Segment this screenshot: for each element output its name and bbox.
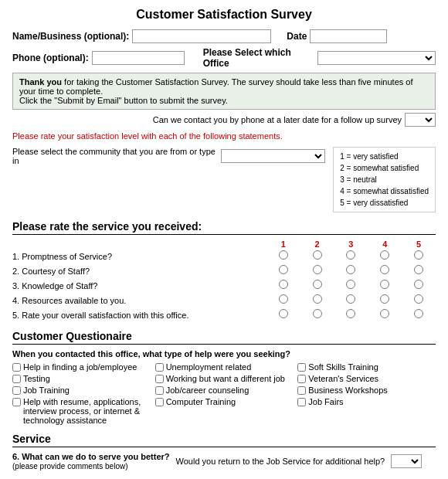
name-label: Name/Business (optional): bbox=[12, 31, 129, 42]
office-label: Please Select which Office bbox=[203, 47, 315, 69]
checkbox-item-business-workshops[interactable]: Business Workshops bbox=[297, 386, 436, 395]
phone-input[interactable] bbox=[92, 51, 185, 65]
contact-select[interactable]: Yes No bbox=[405, 113, 436, 127]
checkbox-0-0[interactable] bbox=[12, 363, 21, 372]
scale-item-4: 4 = somewhat dissatisfied bbox=[340, 185, 429, 197]
return-label: Would you return to the Job Service for … bbox=[176, 457, 385, 466]
phone-label: Phone (optional): bbox=[12, 53, 89, 63]
rating-question-1: 1. Promptness of Service? bbox=[12, 249, 266, 263]
radio-q4-1[interactable] bbox=[279, 294, 288, 304]
radio-q2-2[interactable] bbox=[313, 265, 322, 274]
radio-q3-4[interactable] bbox=[380, 280, 389, 289]
radio-q2-3[interactable] bbox=[346, 265, 355, 274]
scale-legend: 1 = very satisfied 2 = somewhat satisfie… bbox=[333, 147, 436, 212]
radio-q5-4[interactable] bbox=[380, 309, 389, 318]
checkbox-item-job/career-counselin[interactable]: Job/career counseling bbox=[155, 386, 294, 395]
radio-q3-2[interactable] bbox=[313, 280, 322, 289]
date-label: Date bbox=[287, 31, 307, 42]
scale-item-3: 3 = neutral bbox=[340, 174, 429, 185]
q6-sub: (please provide comments below) bbox=[12, 462, 128, 471]
radio-q1-3[interactable] bbox=[346, 250, 355, 260]
radio-q2-4[interactable] bbox=[380, 265, 389, 274]
checkbox-0-1[interactable] bbox=[12, 375, 21, 383]
radio-q5-3[interactable] bbox=[346, 309, 355, 318]
rating-question-2: 2. Courtesy of Staff? bbox=[12, 263, 266, 278]
col-5: 5 bbox=[402, 240, 436, 249]
checkbox-1-2[interactable] bbox=[155, 386, 164, 395]
rating-question-5: 5. Rate your overall satisfaction with t… bbox=[12, 307, 266, 322]
scale-item-5: 5 = very dissatisfied bbox=[340, 197, 429, 209]
thank-you-text: for taking the Customer Satisfaction Sur… bbox=[19, 77, 413, 96]
radio-q3-1[interactable] bbox=[279, 280, 288, 289]
rating-question-4: 4. Resources available to you. bbox=[12, 293, 266, 307]
checkbox-item-job-fairs[interactable]: Job Fairs bbox=[297, 397, 436, 425]
rating-table: 1 2 3 4 5 1. Promptness of Service?2. Co… bbox=[12, 240, 436, 322]
service-header: Service bbox=[12, 433, 436, 447]
checkbox-2-0[interactable] bbox=[297, 363, 306, 372]
checkbox-2-3[interactable] bbox=[297, 398, 306, 406]
radio-q2-1[interactable] bbox=[279, 265, 288, 274]
radio-q4-2[interactable] bbox=[313, 294, 322, 304]
scale-item-2: 2 = somewhat satisfied bbox=[340, 162, 429, 174]
radio-q1-1[interactable] bbox=[279, 250, 288, 260]
radio-q4-3[interactable] bbox=[346, 294, 355, 304]
checkbox-grid: Help in finding a job/employeeUnemployme… bbox=[12, 362, 436, 425]
service-section-header: Please rate the service you received: bbox=[12, 220, 436, 235]
checkbox-1-1[interactable] bbox=[155, 375, 164, 383]
checkbox-2-2[interactable] bbox=[297, 386, 306, 395]
rating-question-3: 3. Knowledge of Staff? bbox=[12, 278, 266, 293]
return-select[interactable]: Yes No bbox=[391, 454, 422, 468]
col-2: 2 bbox=[300, 240, 334, 249]
scale-item-1: 1 = very satisfied bbox=[340, 151, 429, 162]
radio-q1-5[interactable] bbox=[414, 250, 423, 260]
col-1: 1 bbox=[266, 240, 300, 249]
checkbox-2-1[interactable] bbox=[297, 375, 306, 383]
checkbox-1-0[interactable] bbox=[155, 363, 164, 372]
radio-q2-5[interactable] bbox=[414, 265, 423, 274]
checkbox-0-2[interactable] bbox=[12, 386, 21, 395]
date-input[interactable] bbox=[310, 29, 387, 43]
rate-instruction: Please rate your satisfaction level with… bbox=[12, 131, 436, 141]
col-3: 3 bbox=[334, 240, 368, 249]
checkbox-item-testing[interactable]: Testing bbox=[12, 374, 151, 383]
checkbox-1-3[interactable] bbox=[155, 398, 164, 406]
radio-q3-3[interactable] bbox=[346, 280, 355, 289]
radio-q5-1[interactable] bbox=[279, 309, 288, 318]
col-4: 4 bbox=[368, 240, 402, 249]
questionnaire-header: Customer Questionaire bbox=[12, 330, 436, 345]
radio-q3-5[interactable] bbox=[414, 280, 423, 289]
checkbox-item-computer-training[interactable]: Computer Training bbox=[155, 397, 294, 425]
questionnaire-question: When you contacted this office, what typ… bbox=[12, 349, 436, 358]
radio-q1-2[interactable] bbox=[313, 250, 322, 260]
community-select[interactable] bbox=[221, 149, 325, 163]
checkbox-item-soft-skills-training[interactable]: Soft Skills Training bbox=[297, 362, 436, 372]
name-input[interactable] bbox=[132, 29, 271, 43]
checkbox-item-unemployment-related[interactable]: Unemployment related bbox=[155, 362, 294, 372]
checkbox-item-job-training[interactable]: Job Training bbox=[12, 386, 151, 395]
thank-you-bold: Thank you bbox=[19, 77, 62, 87]
checkbox-0-3[interactable] bbox=[12, 398, 21, 406]
checkbox-item-working-but-want-a-d[interactable]: Working but want a different job bbox=[155, 374, 294, 383]
office-select[interactable] bbox=[317, 51, 436, 65]
contact-note: Can we contact you by phone at a later d… bbox=[153, 115, 402, 124]
community-label: Please select the community that you are… bbox=[12, 147, 216, 165]
q6-label: 6. What can we do to serve you better? bbox=[12, 452, 170, 461]
radio-q4-5[interactable] bbox=[414, 294, 423, 304]
checkbox-item-veteran's-services[interactable]: Veteran's Services bbox=[297, 374, 436, 383]
checkbox-item-help-with-resume,-ap[interactable]: Help with resume, applications, intervie… bbox=[12, 397, 151, 425]
radio-q4-4[interactable] bbox=[380, 294, 389, 304]
survey-title: Customer Satisfaction Survey bbox=[12, 8, 436, 22]
radio-q1-4[interactable] bbox=[380, 250, 389, 260]
submit-instruction: Click the "Submit by Email" button to su… bbox=[19, 96, 228, 105]
radio-q5-5[interactable] bbox=[414, 309, 423, 318]
checkbox-item-help-in-finding-a-jo[interactable]: Help in finding a job/employee bbox=[12, 362, 151, 372]
radio-q5-2[interactable] bbox=[313, 309, 322, 318]
